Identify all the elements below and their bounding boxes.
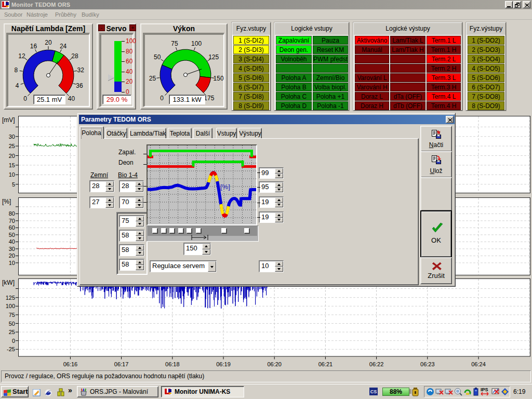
svg-text:125: 125 bbox=[208, 54, 219, 61]
svg-text:[%]: [%] bbox=[2, 198, 11, 205]
svg-text:50: 50 bbox=[9, 321, 15, 327]
svg-text:50: 50 bbox=[154, 54, 161, 61]
svg-text:06:21: 06:21 bbox=[318, 361, 333, 367]
svg-text:60: 60 bbox=[9, 224, 15, 231]
svg-text:8: 8 bbox=[14, 66, 18, 74]
svg-text:40: 40 bbox=[9, 238, 15, 245]
svg-text:80: 80 bbox=[9, 210, 15, 217]
svg-text:0: 0 bbox=[23, 95, 27, 102]
svg-text:10: 10 bbox=[9, 171, 15, 178]
svg-text:0: 0 bbox=[12, 338, 15, 344]
svg-text:5: 5 bbox=[12, 181, 15, 188]
svg-text:70: 70 bbox=[9, 218, 15, 224]
svg-text:15: 15 bbox=[9, 162, 15, 168]
svg-text:10: 10 bbox=[9, 260, 15, 266]
svg-text:25: 25 bbox=[149, 75, 156, 82]
svg-text:36: 36 bbox=[76, 82, 83, 89]
svg-text:06:18: 06:18 bbox=[165, 361, 180, 367]
svg-text:25: 25 bbox=[9, 143, 15, 149]
svg-text:30: 30 bbox=[9, 134, 15, 140]
svg-text:30: 30 bbox=[9, 246, 15, 252]
svg-text:16: 16 bbox=[30, 43, 37, 50]
svg-text:125: 125 bbox=[6, 295, 15, 301]
svg-text:50: 50 bbox=[9, 232, 15, 238]
svg-text:75: 75 bbox=[171, 40, 178, 47]
svg-text:06:24: 06:24 bbox=[471, 361, 486, 367]
svg-text:06:20: 06:20 bbox=[267, 361, 282, 367]
svg-text:20: 20 bbox=[45, 39, 52, 46]
svg-text:4: 4 bbox=[16, 82, 19, 89]
svg-text:100: 100 bbox=[191, 40, 202, 47]
svg-text:20: 20 bbox=[9, 252, 15, 259]
svg-text:75: 75 bbox=[9, 312, 15, 318]
svg-text:150: 150 bbox=[214, 75, 224, 82]
svg-text:[mV]: [mV] bbox=[2, 116, 15, 124]
svg-text:12: 12 bbox=[18, 52, 25, 60]
svg-text:32: 32 bbox=[77, 66, 85, 74]
svg-text:40: 40 bbox=[68, 95, 75, 102]
svg-text:-25: -25 bbox=[7, 346, 15, 352]
svg-text:06:19: 06:19 bbox=[216, 361, 231, 367]
svg-text:[%]: [%] bbox=[220, 183, 230, 191]
svg-text:06:22: 06:22 bbox=[369, 361, 384, 367]
svg-text:06:16: 06:16 bbox=[63, 361, 78, 367]
svg-text:28: 28 bbox=[71, 52, 78, 60]
svg-text:0: 0 bbox=[160, 95, 164, 102]
svg-text:100: 100 bbox=[6, 303, 15, 309]
svg-text:[kW]: [kW] bbox=[2, 279, 15, 286]
svg-text:24: 24 bbox=[60, 43, 67, 50]
svg-text:20: 20 bbox=[9, 153, 15, 159]
svg-text:175: 175 bbox=[204, 95, 214, 102]
svg-text:06:23: 06:23 bbox=[420, 361, 435, 367]
svg-text:06:17: 06:17 bbox=[114, 361, 129, 367]
svg-text:25: 25 bbox=[9, 329, 15, 335]
